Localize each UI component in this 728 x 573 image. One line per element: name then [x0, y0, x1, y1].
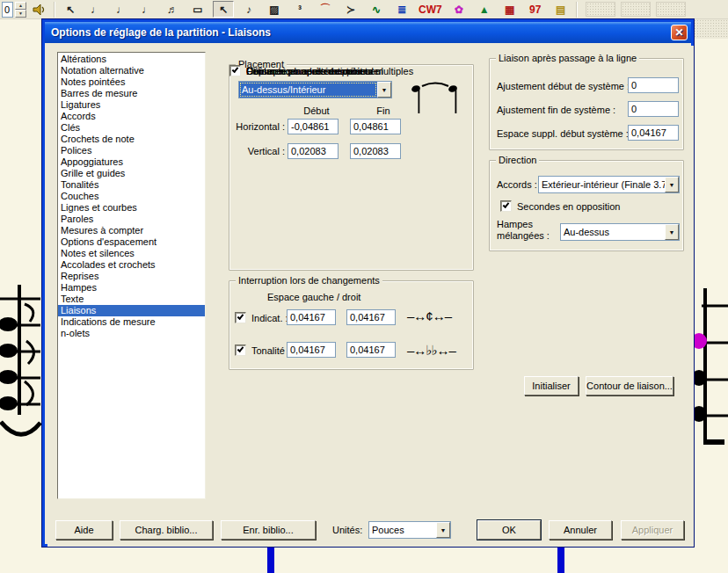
tonalite-label: Tonalité : [251, 345, 290, 356]
list-item[interactable]: Appoggiatures [58, 156, 205, 168]
dialog-titlebar[interactable]: Options de réglage de la partition - Lia… [45, 22, 691, 43]
interruption-group: Interruption lors de changements Espace … [229, 280, 474, 370]
toolbar-tool-icon[interactable]: ↖ [213, 1, 234, 18]
tonalite-right-field[interactable]: 0,04167 [346, 342, 396, 358]
checkbox-checked-icon[interactable] [235, 312, 246, 323]
unites-dropdown[interactable]: Pouces ▼ [368, 521, 451, 539]
vertical-debut-field[interactable]: 0,02083 [288, 143, 339, 159]
list-item[interactable]: Notation alternative [58, 65, 205, 76]
placement-dropdown-value: Au-dessus/Intérieur [239, 82, 377, 98]
toolbar-spinner-value[interactable]: 0 [2, 2, 13, 18]
checkbox-checked-icon[interactable] [235, 345, 246, 356]
list-item[interactable]: Indications de mesure [58, 316, 205, 328]
list-item[interactable]: Couches [58, 191, 205, 202]
list-item[interactable]: Ligatures [58, 99, 205, 111]
hampes-label: Hampes mélangées : [497, 219, 550, 242]
toolbar-tool-icon[interactable]: ∿ [366, 1, 387, 18]
enregistrer-biblio-button[interactable]: Enr. biblio... [221, 520, 316, 540]
accords-dropdown[interactable]: Extérieur-intérieur (Finale 3.7 ▼ [538, 176, 680, 193]
toolbar-tool-icon[interactable]: ▨ [264, 1, 285, 18]
list-item[interactable]: Barres de mesure [58, 88, 205, 99]
chevron-down-icon[interactable]: ▼ [377, 82, 391, 98]
toolbar-tool-icon[interactable]: ▦ [499, 1, 521, 18]
secondes-checkbox-row[interactable]: Secondes en opposition [500, 200, 620, 212]
score-barline-left [267, 546, 274, 573]
contour-liaison-button[interactable]: Contour de liaison... [586, 376, 673, 395]
toolbar-spinner-buttons[interactable]: ▲▼ [15, 2, 26, 18]
horizontal-debut-field[interactable]: -0,04861 [288, 119, 339, 134]
toolbar-tool-icon[interactable]: ▭ [187, 1, 208, 18]
toolbar-tool-icon[interactable]: ↖ [60, 1, 81, 18]
checkbox-label: Déplacer pour les secondes [246, 66, 366, 76]
toolbar-tool-icon[interactable]: ♬ [162, 1, 183, 18]
toolbar-tool-icon[interactable]: ⌒ [315, 1, 336, 18]
toolbar-tool-icon[interactable]: ♩ [136, 1, 157, 18]
toolbar-tool-icon[interactable]: 97 [525, 1, 546, 18]
list-item[interactable]: Polices [58, 145, 205, 156]
list-item[interactable]: Lignes et courbes [58, 202, 205, 214]
ok-button[interactable]: OK [477, 520, 541, 540]
toolbar-tool-icon[interactable]: ♩ [111, 1, 132, 18]
list-item[interactable]: Accolades et crochets [58, 259, 205, 271]
list-item[interactable]: Grille et guides [58, 168, 205, 179]
toolbar-tool-icon[interactable]: ♩ [85, 1, 106, 18]
placement-group: Placement Au-dessus/Intérieur ▼ Début Fi… [229, 64, 474, 271]
indicat-checkbox-row[interactable]: Indicat. : [235, 312, 288, 323]
annuler-button[interactable]: Annuler [549, 520, 612, 540]
list-item[interactable]: Reprises [58, 271, 205, 282]
toolbar-icons: ↖♩♩♩♬▭↖♪▨³⌒≻∿≣CW7✿▲▦97▤ [60, 1, 571, 18]
score-fragment-left [0, 281, 42, 492]
list-item[interactable]: Options d'espacement [58, 236, 205, 248]
main-toolbar: 0 ▲▼ ↖♩♩♩♬▭↖♪▨³⌒≻∿≣CW7✿▲▦97▤ [0, 0, 728, 19]
list-item[interactable]: n-olets [58, 328, 205, 339]
list-item[interactable]: Accords [58, 111, 205, 122]
toolbar-ghost-button [656, 2, 686, 17]
vertical-fin-field[interactable]: 0,02083 [350, 143, 401, 159]
toolbar-tool-icon[interactable]: ✿ [448, 1, 470, 18]
extra-space-field[interactable]: 0,04167 [628, 125, 679, 141]
toolbar-tool-icon[interactable]: ³ [289, 1, 310, 18]
chevron-down-icon[interactable]: ▼ [665, 177, 679, 192]
chevron-down-icon[interactable]: ▼ [436, 522, 450, 538]
list-item[interactable]: Clés [58, 122, 205, 134]
list-item[interactable]: Mesures à compter [58, 225, 205, 236]
indicat-left-field[interactable]: 0,04167 [287, 309, 336, 325]
list-item[interactable]: Liaisons [58, 305, 205, 316]
secondes-label: Secondes en opposition [517, 201, 620, 212]
toolbar-tool-icon[interactable]: ≣ [391, 1, 412, 18]
checkbox-checked-icon[interactable] [500, 200, 512, 212]
list-item[interactable]: Texte [58, 294, 205, 305]
toolbar-tool-icon[interactable]: ♪ [238, 1, 259, 18]
document-options-dialog: Options de réglage de la partition - Lia… [42, 19, 694, 547]
horizontal-fin-field[interactable]: 0,04861 [350, 119, 401, 134]
category-listbox[interactable]: AltérationsNotation alternativeNotes poi… [57, 52, 206, 499]
list-item[interactable]: Notes pointées [58, 76, 205, 88]
close-icon[interactable]: ✕ [671, 25, 688, 40]
slur-preview-icon [408, 79, 462, 120]
list-item[interactable]: Notes et silences [58, 248, 205, 259]
placement-checkbox-row[interactable]: Déplacer pour les secondes [229, 65, 366, 76]
indicat-right-field[interactable]: 0,04167 [346, 309, 396, 325]
aide-button[interactable]: Aide [55, 520, 113, 540]
toolbar-tool-icon[interactable]: CW7 [417, 1, 444, 18]
adjust-end-field[interactable]: 0 [628, 101, 679, 117]
toolbar-tool-icon[interactable]: ▲ [474, 1, 495, 18]
speaker-icon[interactable] [28, 1, 49, 18]
checkbox-checked-icon[interactable] [229, 65, 241, 76]
tonalite-checkbox-row[interactable]: Tonalité : [235, 345, 290, 356]
appliquer-button[interactable]: Appliquer [621, 520, 684, 540]
list-item[interactable]: Tonalités [58, 179, 205, 191]
charger-biblio-button[interactable]: Charg. biblio... [120, 520, 213, 540]
list-item[interactable]: Crochets de note [58, 134, 205, 145]
placement-dropdown[interactable]: Au-dessus/Intérieur ▼ [238, 81, 392, 98]
initialiser-button[interactable]: Initialiser [524, 376, 579, 395]
list-item[interactable]: Altérations [58, 54, 205, 65]
toolbar-tool-icon[interactable]: ≻ [340, 1, 361, 18]
adjust-start-field[interactable]: 0 [628, 77, 679, 93]
tonalite-left-field[interactable]: 0,04167 [287, 342, 336, 358]
list-item[interactable]: Hampes [58, 282, 205, 294]
hampes-dropdown[interactable]: Au-dessus ▼ [560, 223, 680, 241]
list-item[interactable]: Paroles [58, 214, 205, 225]
toolbar-tool-icon[interactable]: ▤ [550, 1, 571, 18]
chevron-down-icon[interactable]: ▼ [665, 224, 679, 240]
